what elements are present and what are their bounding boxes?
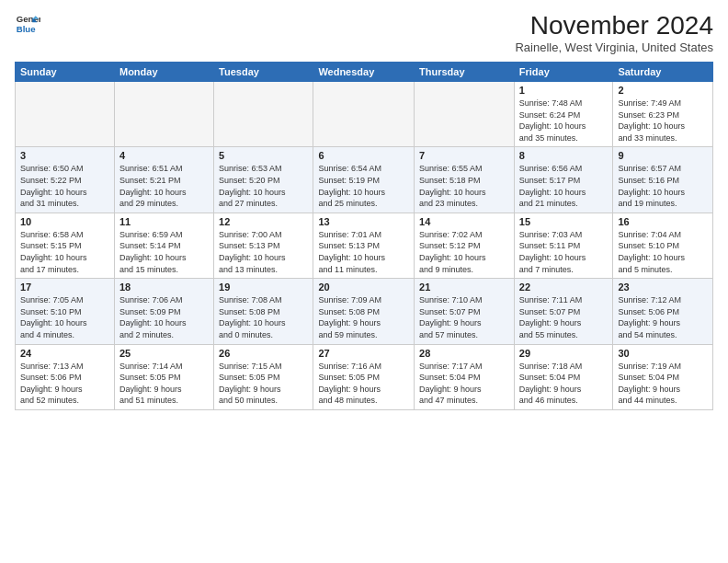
cell-info: Sunrise: 7:12 AM Sunset: 5:06 PM Dayligh…: [618, 294, 708, 340]
calendar-cell-w3-d2: 11Sunrise: 6:59 AM Sunset: 5:14 PM Dayli…: [114, 213, 213, 278]
cell-info: Sunrise: 7:05 AM Sunset: 5:10 PM Dayligh…: [20, 294, 109, 340]
calendar-cell-w5-d6: 29Sunrise: 7:18 AM Sunset: 5:04 PM Dayli…: [514, 344, 613, 409]
calendar-cell-w1-d2: [114, 82, 213, 147]
calendar-week-2: 3Sunrise: 6:50 AM Sunset: 5:22 PM Daylig…: [16, 147, 713, 213]
day-number: 6: [318, 150, 409, 161]
calendar-cell-w4-d4: 20Sunrise: 7:09 AM Sunset: 5:08 PM Dayli…: [313, 279, 415, 344]
calendar-cell-w1-d5: [415, 82, 515, 147]
col-saturday: Saturday: [613, 63, 713, 82]
cell-info: Sunrise: 6:56 AM Sunset: 5:17 PM Dayligh…: [519, 163, 609, 209]
calendar-cell-w5-d4: 27Sunrise: 7:16 AM Sunset: 5:05 PM Dayli…: [313, 344, 415, 409]
title-block: November 2024 Rainelle, West Virginia, U…: [515, 11, 713, 54]
cell-info: Sunrise: 6:59 AM Sunset: 5:14 PM Dayligh…: [119, 229, 209, 275]
calendar-cell-w4-d2: 18Sunrise: 7:06 AM Sunset: 5:09 PM Dayli…: [114, 279, 213, 344]
cell-info: Sunrise: 6:57 AM Sunset: 5:16 PM Dayligh…: [618, 163, 708, 209]
month-title: November 2024: [515, 11, 713, 40]
col-sunday: Sunday: [16, 63, 115, 82]
cell-info: Sunrise: 7:17 AM Sunset: 5:04 PM Dayligh…: [419, 361, 509, 407]
calendar-week-4: 17Sunrise: 7:05 AM Sunset: 5:10 PM Dayli…: [16, 279, 713, 344]
cell-info: Sunrise: 6:55 AM Sunset: 5:18 PM Dayligh…: [419, 163, 509, 209]
col-monday: Monday: [114, 63, 213, 82]
day-number: 5: [219, 150, 308, 161]
day-number: 15: [519, 216, 609, 227]
cell-info: Sunrise: 7:18 AM Sunset: 5:04 PM Dayligh…: [519, 361, 609, 407]
day-number: 24: [20, 348, 109, 359]
day-number: 10: [20, 216, 109, 227]
calendar-cell-w5-d2: 25Sunrise: 7:14 AM Sunset: 5:05 PM Dayli…: [114, 344, 213, 409]
calendar-cell-w5-d3: 26Sunrise: 7:15 AM Sunset: 5:05 PM Dayli…: [214, 344, 313, 409]
calendar-cell-w2-d3: 5Sunrise: 6:53 AM Sunset: 5:20 PM Daylig…: [214, 147, 313, 213]
calendar-cell-w3-d5: 14Sunrise: 7:02 AM Sunset: 5:12 PM Dayli…: [415, 213, 515, 278]
calendar-cell-w4-d7: 23Sunrise: 7:12 AM Sunset: 5:06 PM Dayli…: [613, 279, 713, 344]
cell-info: Sunrise: 7:10 AM Sunset: 5:07 PM Dayligh…: [419, 294, 509, 340]
calendar-cell-w5-d1: 24Sunrise: 7:13 AM Sunset: 5:06 PM Dayli…: [16, 344, 115, 409]
cell-info: Sunrise: 7:16 AM Sunset: 5:05 PM Dayligh…: [318, 361, 409, 407]
day-number: 16: [618, 216, 708, 227]
svg-text:Blue: Blue: [17, 24, 36, 34]
day-number: 9: [618, 150, 708, 161]
calendar-cell-w4-d5: 21Sunrise: 7:10 AM Sunset: 5:07 PM Dayli…: [415, 279, 515, 344]
cell-info: Sunrise: 6:53 AM Sunset: 5:20 PM Dayligh…: [219, 163, 308, 209]
cell-info: Sunrise: 6:58 AM Sunset: 5:15 PM Dayligh…: [20, 229, 109, 275]
cell-info: Sunrise: 7:11 AM Sunset: 5:07 PM Dayligh…: [519, 294, 609, 340]
calendar-cell-w3-d3: 12Sunrise: 7:00 AM Sunset: 5:13 PM Dayli…: [214, 213, 313, 278]
calendar-cell-w1-d1: [16, 82, 115, 147]
calendar-cell-w3-d7: 16Sunrise: 7:04 AM Sunset: 5:10 PM Dayli…: [613, 213, 713, 278]
logo-icon: General Blue: [15, 11, 40, 37]
cell-info: Sunrise: 7:00 AM Sunset: 5:13 PM Dayligh…: [219, 229, 308, 275]
day-number: 14: [419, 216, 509, 227]
cell-info: Sunrise: 6:54 AM Sunset: 5:19 PM Dayligh…: [318, 163, 409, 209]
col-thursday: Thursday: [415, 63, 515, 82]
col-friday: Friday: [514, 63, 613, 82]
location: Rainelle, West Virginia, United States: [515, 40, 713, 54]
col-tuesday: Tuesday: [214, 63, 313, 82]
day-number: 30: [618, 348, 708, 359]
cell-info: Sunrise: 7:02 AM Sunset: 5:12 PM Dayligh…: [419, 229, 509, 275]
cell-info: Sunrise: 7:09 AM Sunset: 5:08 PM Dayligh…: [318, 294, 409, 340]
day-number: 4: [119, 150, 209, 161]
cell-info: Sunrise: 7:06 AM Sunset: 5:09 PM Dayligh…: [119, 294, 209, 340]
cell-info: Sunrise: 7:01 AM Sunset: 5:13 PM Dayligh…: [318, 229, 409, 275]
day-number: 12: [219, 216, 308, 227]
calendar-cell-w1-d4: [313, 82, 415, 147]
day-number: 23: [618, 282, 708, 293]
calendar-cell-w2-d2: 4Sunrise: 6:51 AM Sunset: 5:21 PM Daylig…: [114, 147, 213, 213]
cell-info: Sunrise: 7:03 AM Sunset: 5:11 PM Dayligh…: [519, 229, 609, 275]
day-number: 29: [519, 348, 609, 359]
cell-info: Sunrise: 7:14 AM Sunset: 5:05 PM Dayligh…: [119, 361, 209, 407]
calendar-cell-w2-d5: 7Sunrise: 6:55 AM Sunset: 5:18 PM Daylig…: [415, 147, 515, 213]
calendar-cell-w2-d6: 8Sunrise: 6:56 AM Sunset: 5:17 PM Daylig…: [514, 147, 613, 213]
day-number: 21: [419, 282, 509, 293]
cell-info: Sunrise: 6:51 AM Sunset: 5:21 PM Dayligh…: [119, 163, 209, 209]
day-number: 27: [318, 348, 409, 359]
day-number: 25: [119, 348, 209, 359]
calendar-cell-w2-d4: 6Sunrise: 6:54 AM Sunset: 5:19 PM Daylig…: [313, 147, 415, 213]
calendar-cell-w4-d3: 19Sunrise: 7:08 AM Sunset: 5:08 PM Dayli…: [214, 279, 313, 344]
day-number: 7: [419, 150, 509, 161]
col-wednesday: Wednesday: [313, 63, 415, 82]
day-number: 26: [219, 348, 308, 359]
cell-info: Sunrise: 7:19 AM Sunset: 5:04 PM Dayligh…: [618, 361, 708, 407]
cell-info: Sunrise: 7:08 AM Sunset: 5:08 PM Dayligh…: [219, 294, 308, 340]
calendar-cell-w3-d4: 13Sunrise: 7:01 AM Sunset: 5:13 PM Dayli…: [313, 213, 415, 278]
day-number: 3: [20, 150, 109, 161]
day-number: 17: [20, 282, 109, 293]
day-number: 8: [519, 150, 609, 161]
calendar-cell-w3-d1: 10Sunrise: 6:58 AM Sunset: 5:15 PM Dayli…: [16, 213, 115, 278]
calendar-cell-w3-d6: 15Sunrise: 7:03 AM Sunset: 5:11 PM Dayli…: [514, 213, 613, 278]
cell-info: Sunrise: 7:15 AM Sunset: 5:05 PM Dayligh…: [219, 361, 308, 407]
day-number: 20: [318, 282, 409, 293]
cell-info: Sunrise: 6:50 AM Sunset: 5:22 PM Dayligh…: [20, 163, 109, 209]
calendar-cell-w2-d1: 3Sunrise: 6:50 AM Sunset: 5:22 PM Daylig…: [16, 147, 115, 213]
cell-info: Sunrise: 7:04 AM Sunset: 5:10 PM Dayligh…: [618, 229, 708, 275]
day-number: 28: [419, 348, 509, 359]
calendar-table: Sunday Monday Tuesday Wednesday Thursday…: [15, 62, 713, 410]
calendar-cell-w5-d5: 28Sunrise: 7:17 AM Sunset: 5:04 PM Dayli…: [415, 344, 515, 409]
day-number: 18: [119, 282, 209, 293]
calendar-week-3: 10Sunrise: 6:58 AM Sunset: 5:15 PM Dayli…: [16, 213, 713, 278]
day-number: 2: [618, 85, 708, 96]
logo: General Blue: [15, 11, 40, 37]
cell-info: Sunrise: 7:13 AM Sunset: 5:06 PM Dayligh…: [20, 361, 109, 407]
cell-info: Sunrise: 7:49 AM Sunset: 6:23 PM Dayligh…: [618, 98, 708, 144]
header: General Blue November 2024 Rainelle, Wes…: [15, 11, 713, 54]
